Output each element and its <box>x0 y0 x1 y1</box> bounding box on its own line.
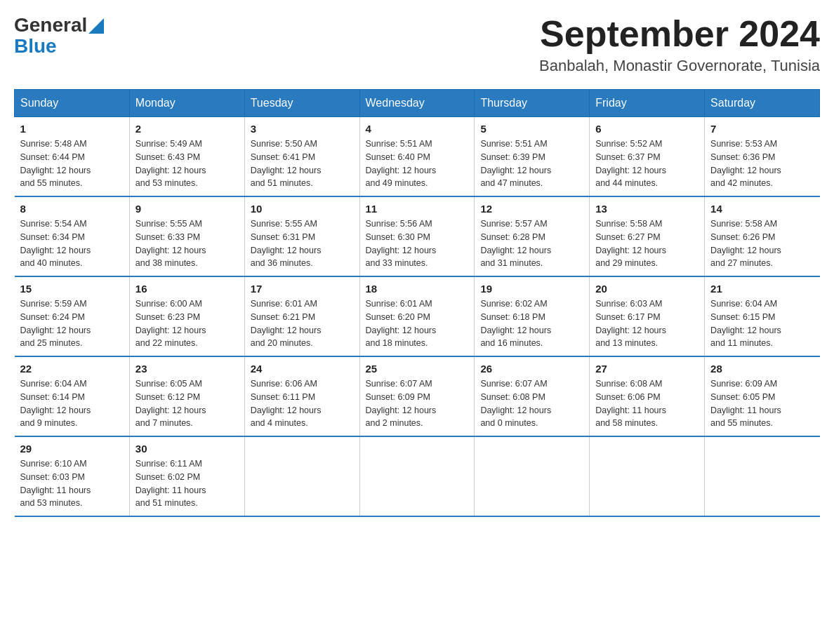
day-info: Sunrise: 6:04 AMSunset: 6:14 PMDaylight:… <box>20 379 91 428</box>
calendar-week-row: 8 Sunrise: 5:54 AMSunset: 6:34 PMDayligh… <box>15 196 820 276</box>
month-title: September 2024 <box>539 14 820 54</box>
day-info: Sunrise: 5:53 AMSunset: 6:36 PMDaylight:… <box>710 139 781 188</box>
day-info: Sunrise: 5:58 AMSunset: 6:27 PMDaylight:… <box>595 219 666 268</box>
logo-triangle-icon <box>88 18 104 34</box>
day-info: Sunrise: 6:01 AMSunset: 6:21 PMDaylight:… <box>251 299 322 348</box>
day-info: Sunrise: 5:50 AMSunset: 6:41 PMDaylight:… <box>251 139 322 188</box>
day-number: 26 <box>480 363 583 375</box>
calendar-cell: 14 Sunrise: 5:58 AMSunset: 6:26 PMDaylig… <box>705 196 820 276</box>
calendar-cell: 23 Sunrise: 6:05 AMSunset: 6:12 PMDaylig… <box>129 356 244 436</box>
day-info: Sunrise: 5:52 AMSunset: 6:37 PMDaylight:… <box>595 139 666 188</box>
calendar-cell: 7 Sunrise: 5:53 AMSunset: 6:36 PMDayligh… <box>705 117 820 197</box>
col-friday: Friday <box>590 90 705 117</box>
day-number: 10 <box>251 203 354 215</box>
day-number: 18 <box>366 283 469 295</box>
day-number: 23 <box>135 363 239 375</box>
calendar-cell: 2 Sunrise: 5:49 AMSunset: 6:43 PMDayligh… <box>129 117 244 197</box>
day-number: 3 <box>251 123 354 135</box>
day-number: 6 <box>595 123 699 135</box>
day-number: 13 <box>595 203 699 215</box>
day-number: 14 <box>710 203 814 215</box>
day-info: Sunrise: 5:51 AMSunset: 6:40 PMDaylight:… <box>366 139 437 188</box>
col-wednesday: Wednesday <box>359 90 475 117</box>
calendar-cell: 9 Sunrise: 5:55 AMSunset: 6:33 PMDayligh… <box>129 196 244 276</box>
calendar-week-row: 29 Sunrise: 6:10 AMSunset: 6:03 PMDaylig… <box>15 436 820 516</box>
day-number: 1 <box>20 123 124 135</box>
day-number: 16 <box>135 283 239 295</box>
calendar-cell: 27 Sunrise: 6:08 AMSunset: 6:06 PMDaylig… <box>590 356 705 436</box>
calendar-cell: 17 Sunrise: 6:01 AMSunset: 6:21 PMDaylig… <box>244 276 359 356</box>
day-number: 15 <box>20 283 124 295</box>
col-monday: Monday <box>129 90 244 117</box>
day-number: 5 <box>480 123 583 135</box>
calendar-cell: 15 Sunrise: 5:59 AMSunset: 6:24 PMDaylig… <box>15 276 130 356</box>
day-info: Sunrise: 6:11 AMSunset: 6:02 PMDaylight:… <box>135 459 206 508</box>
day-info: Sunrise: 5:57 AMSunset: 6:28 PMDaylight:… <box>480 219 551 268</box>
svg-marker-0 <box>88 18 104 34</box>
day-number: 7 <box>710 123 814 135</box>
day-info: Sunrise: 5:55 AMSunset: 6:31 PMDaylight:… <box>251 219 322 268</box>
day-info: Sunrise: 5:58 AMSunset: 6:26 PMDaylight:… <box>710 219 781 268</box>
calendar-cell: 19 Sunrise: 6:02 AMSunset: 6:18 PMDaylig… <box>475 276 590 356</box>
logo: General Blue <box>14 14 104 58</box>
day-number: 4 <box>366 123 469 135</box>
day-info: Sunrise: 6:07 AMSunset: 6:09 PMDaylight:… <box>366 379 437 428</box>
day-info: Sunrise: 5:55 AMSunset: 6:33 PMDaylight:… <box>135 219 206 268</box>
col-thursday: Thursday <box>475 90 590 117</box>
day-number: 22 <box>20 363 124 375</box>
logo-general-text: General <box>14 14 87 36</box>
calendar-cell: 29 Sunrise: 6:10 AMSunset: 6:03 PMDaylig… <box>15 436 130 516</box>
col-saturday: Saturday <box>705 90 820 117</box>
calendar-cell: 16 Sunrise: 6:00 AMSunset: 6:23 PMDaylig… <box>129 276 244 356</box>
calendar-cell: 24 Sunrise: 6:06 AMSunset: 6:11 PMDaylig… <box>244 356 359 436</box>
day-info: Sunrise: 5:56 AMSunset: 6:30 PMDaylight:… <box>366 219 437 268</box>
page-header: General Blue September 2024 Banbalah, Mo… <box>14 14 820 75</box>
day-info: Sunrise: 6:05 AMSunset: 6:12 PMDaylight:… <box>135 379 206 428</box>
day-info: Sunrise: 5:49 AMSunset: 6:43 PMDaylight:… <box>135 139 206 188</box>
day-info: Sunrise: 6:03 AMSunset: 6:17 PMDaylight:… <box>595 299 666 348</box>
day-number: 9 <box>135 203 239 215</box>
day-info: Sunrise: 5:54 AMSunset: 6:34 PMDaylight:… <box>20 219 91 268</box>
day-number: 20 <box>595 283 699 295</box>
calendar-cell <box>244 436 359 516</box>
location-title: Banbalah, Monastir Governorate, Tunisia <box>539 57 820 75</box>
day-number: 27 <box>595 363 699 375</box>
calendar-cell: 6 Sunrise: 5:52 AMSunset: 6:37 PMDayligh… <box>590 117 705 197</box>
calendar-cell: 30 Sunrise: 6:11 AMSunset: 6:02 PMDaylig… <box>129 436 244 516</box>
calendar-cell: 3 Sunrise: 5:50 AMSunset: 6:41 PMDayligh… <box>244 117 359 197</box>
day-info: Sunrise: 5:48 AMSunset: 6:44 PMDaylight:… <box>20 139 91 188</box>
day-number: 25 <box>366 363 469 375</box>
calendar-table: Sunday Monday Tuesday Wednesday Thursday… <box>14 89 820 517</box>
day-number: 28 <box>710 363 814 375</box>
day-info: Sunrise: 6:09 AMSunset: 6:05 PMDaylight:… <box>710 379 781 428</box>
logo-blue-text: Blue <box>14 35 57 57</box>
day-info: Sunrise: 5:59 AMSunset: 6:24 PMDaylight:… <box>20 299 91 348</box>
calendar-cell: 20 Sunrise: 6:03 AMSunset: 6:17 PMDaylig… <box>590 276 705 356</box>
col-tuesday: Tuesday <box>244 90 359 117</box>
day-info: Sunrise: 6:10 AMSunset: 6:03 PMDaylight:… <box>20 459 91 508</box>
day-number: 30 <box>135 443 239 455</box>
calendar-week-row: 1 Sunrise: 5:48 AMSunset: 6:44 PMDayligh… <box>15 117 820 197</box>
calendar-cell: 4 Sunrise: 5:51 AMSunset: 6:40 PMDayligh… <box>359 117 475 197</box>
calendar-cell <box>705 436 820 516</box>
calendar-cell: 21 Sunrise: 6:04 AMSunset: 6:15 PMDaylig… <box>705 276 820 356</box>
calendar-cell <box>590 436 705 516</box>
calendar-header-row: Sunday Monday Tuesday Wednesday Thursday… <box>15 90 820 117</box>
day-number: 12 <box>480 203 583 215</box>
col-sunday: Sunday <box>15 90 130 117</box>
calendar-cell: 11 Sunrise: 5:56 AMSunset: 6:30 PMDaylig… <box>359 196 475 276</box>
day-number: 19 <box>480 283 583 295</box>
calendar-week-row: 15 Sunrise: 5:59 AMSunset: 6:24 PMDaylig… <box>15 276 820 356</box>
day-number: 17 <box>251 283 354 295</box>
day-info: Sunrise: 6:04 AMSunset: 6:15 PMDaylight:… <box>710 299 781 348</box>
calendar-cell <box>359 436 475 516</box>
day-number: 21 <box>710 283 814 295</box>
day-info: Sunrise: 6:00 AMSunset: 6:23 PMDaylight:… <box>135 299 206 348</box>
day-number: 2 <box>135 123 239 135</box>
day-number: 11 <box>366 203 469 215</box>
calendar-week-row: 22 Sunrise: 6:04 AMSunset: 6:14 PMDaylig… <box>15 356 820 436</box>
calendar-cell: 1 Sunrise: 5:48 AMSunset: 6:44 PMDayligh… <box>15 117 130 197</box>
calendar-cell: 8 Sunrise: 5:54 AMSunset: 6:34 PMDayligh… <box>15 196 130 276</box>
day-number: 24 <box>251 363 354 375</box>
title-section: September 2024 Banbalah, Monastir Govern… <box>539 14 820 75</box>
